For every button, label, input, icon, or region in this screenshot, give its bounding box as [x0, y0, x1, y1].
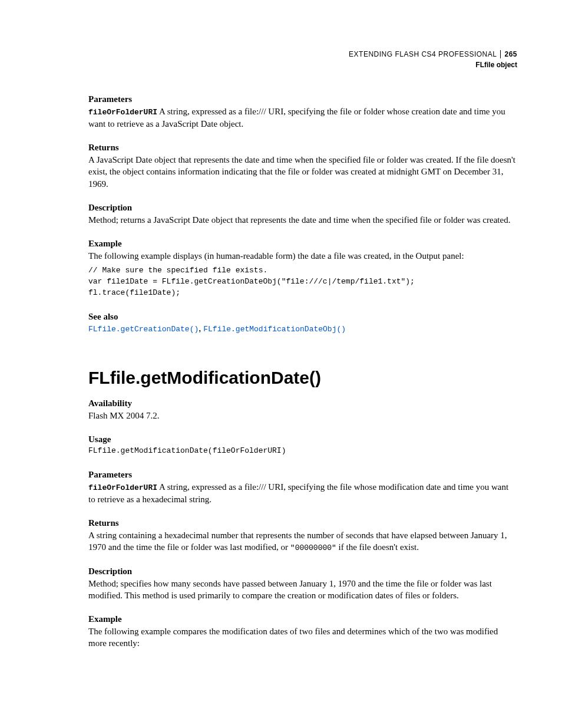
link-getcreationdate[interactable]: FLfile.getCreationDate(): [88, 325, 199, 334]
param-name-code: fileOrFolderURI: [88, 108, 157, 117]
example-intro-2: The following example compares the modif…: [88, 625, 517, 650]
availability-heading: Availability: [88, 398, 517, 409]
example-code-block: // Make sure the specified file exists. …: [88, 265, 517, 299]
example-heading: Example: [88, 239, 517, 249]
page-header: EXTENDING FLASH CS4 PROFESSIONAL265 FLfi…: [88, 50, 517, 70]
see-also-heading: See also: [88, 312, 517, 322]
page: EXTENDING FLASH CS4 PROFESSIONAL265 FLfi…: [0, 0, 562, 687]
parameters-heading: Parameters: [88, 94, 517, 104]
example-heading-2: Example: [88, 614, 517, 624]
returns-heading: Returns: [88, 143, 517, 153]
usage-code: FLfile.getModificationDate(fileOrFolderU…: [88, 446, 517, 457]
availability-body: Flash MX 2004 7.2.: [88, 410, 517, 421]
description-body-2: Method; specifies how many seconds have …: [88, 578, 517, 602]
param-name-code-2: fileOrFolderURI: [88, 483, 157, 492]
see-also-links: FLfile.getCreationDate(), FLfile.getModi…: [88, 323, 517, 334]
description-heading: Description: [88, 203, 517, 213]
link-getmodificationdateobj[interactable]: FLfile.getModificationDateObj(): [203, 325, 346, 334]
returns-body-2: A string containing a hexadecimal number…: [88, 529, 517, 554]
header-title-line: EXTENDING FLASH CS4 PROFESSIONAL265: [88, 50, 517, 59]
doc-title: EXTENDING FLASH CS4 PROFESSIONAL: [349, 50, 497, 58]
returns-heading-2: Returns: [88, 518, 517, 528]
chapter-title: FLfile object: [88, 60, 517, 70]
method-title: FLfile.getModificationDate(): [88, 368, 517, 388]
section-previous-method: Parameters fileOrFolderURI A string, exp…: [88, 94, 517, 334]
example-intro: The following example displays (in human…: [88, 250, 517, 262]
section-getmodificationdate: Availability Flash MX 2004 7.2. Usage FL…: [88, 398, 517, 650]
description-body: Method; returns a JavaScript Date object…: [88, 214, 517, 226]
parameter-description-2: fileOrFolderURI A string, expressed as a…: [88, 481, 517, 505]
returns-post: if the file doesn't exist.: [336, 542, 419, 552]
description-heading-2: Description: [88, 566, 517, 577]
returns-inline-code: "00000000": [290, 543, 336, 552]
parameter-description: fileOrFolderURI A string, expressed as a…: [88, 106, 517, 130]
parameters-heading-2: Parameters: [88, 470, 517, 480]
page-number: 265: [500, 50, 517, 58]
returns-body: A JavaScript Date object that represents…: [88, 154, 517, 190]
usage-heading: Usage: [88, 434, 517, 444]
